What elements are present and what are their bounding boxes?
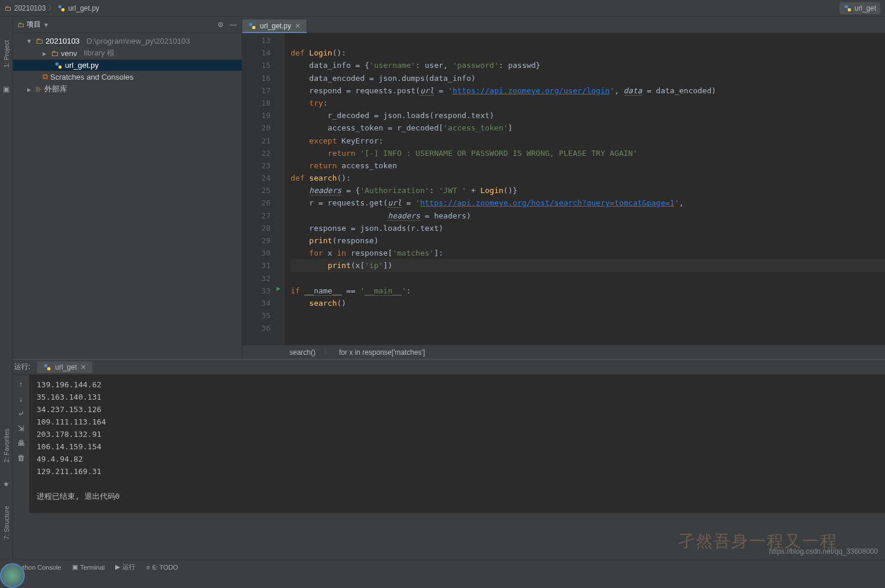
console-output[interactable]: 139.196.144.6235.163.140.13134.237.153.1… bbox=[30, 375, 885, 513]
collapse-icon[interactable]: — bbox=[230, 21, 237, 29]
run-subtool: ↑ ↓ ⤶ ⇲ 🖶 🗑 bbox=[13, 375, 30, 513]
avatar bbox=[0, 563, 25, 588]
status-bar: Python Console ▣ Terminal ▶ 运行 ≡ 6: TODO bbox=[0, 560, 885, 574]
run-panel: 运行: url_get ✕ ▶ ■ ☷ 📌 ↑ ↓ ⤶ ⇲ 🖶 🗑 139.19… bbox=[0, 359, 885, 513]
scratch-icon: ⧉ bbox=[43, 72, 48, 81]
left-tool-gutter: 1: Project ▣ bbox=[0, 17, 13, 359]
star-icon[interactable]: ★ bbox=[3, 480, 9, 488]
folder-icon: 🗀 bbox=[35, 37, 43, 45]
crumb-search[interactable]: search() bbox=[289, 348, 315, 357]
editor-tabbar: url_get.py ✕ bbox=[242, 17, 885, 33]
tree-external[interactable]: ▸ ⊪ 外部库 bbox=[13, 83, 242, 96]
folder-icon: 🗀 bbox=[18, 21, 25, 29]
print-icon[interactable]: 🖶 bbox=[17, 439, 25, 447]
project-panel-title: 项目 bbox=[27, 19, 41, 30]
svg-rect-7 bbox=[252, 26, 255, 29]
chevron-down-icon: ▾ bbox=[27, 37, 33, 45]
library-icon: ⊪ bbox=[35, 85, 42, 94]
project-panel: 🗀 项目 ▾ ⚙ — ▾ 🗀 20210103 D:\program\new_p… bbox=[13, 17, 242, 359]
tree-venv[interactable]: ▸ 🗀 venv library 根 bbox=[13, 47, 242, 60]
python-icon bbox=[43, 363, 51, 371]
chevron-down-icon[interactable]: ▾ bbox=[44, 21, 48, 29]
python-icon bbox=[54, 61, 63, 70]
folder-icon[interactable]: ▣ bbox=[3, 85, 9, 93]
breadcrumb-root[interactable]: 🗀 20210103 bbox=[5, 4, 45, 12]
tree-file-urlget[interactable]: url_get.py bbox=[13, 60, 242, 71]
down-icon[interactable]: ↓ bbox=[19, 394, 23, 403]
line-number-gutter[interactable]: 1314151617181920212223242526272829303132… bbox=[242, 33, 275, 345]
svg-rect-1 bbox=[61, 8, 64, 11]
up-icon[interactable]: ↑ bbox=[19, 380, 23, 388]
chevron-right-icon: 〉 bbox=[48, 3, 55, 13]
svg-rect-9 bbox=[47, 367, 50, 370]
run-tab-urlget[interactable]: url_get ✕ bbox=[37, 361, 92, 373]
status-todo[interactable]: ≡ 6: TODO bbox=[146, 564, 178, 571]
gear-icon[interactable]: ⚙ bbox=[217, 21, 224, 29]
svg-rect-6 bbox=[249, 23, 252, 26]
python-icon bbox=[248, 22, 256, 30]
project-tree: ▾ 🗀 20210103 D:\program\new_py\20210103 … bbox=[13, 33, 242, 98]
favorites-tool-tab[interactable]: 2: Favorites bbox=[3, 429, 10, 462]
tree-scratches[interactable]: ⧉ Scratches and Consoles bbox=[13, 71, 242, 83]
structure-tool-tab[interactable]: 7: Structure bbox=[3, 506, 10, 540]
editor-tab-urlget[interactable]: url_get.py ✕ bbox=[242, 19, 307, 32]
run-panel-label: 运行: bbox=[14, 362, 30, 372]
close-icon[interactable]: ✕ bbox=[80, 363, 86, 371]
chevron-right-icon: 〉 bbox=[324, 347, 331, 357]
status-terminal[interactable]: ▣ Terminal bbox=[72, 563, 105, 571]
scroll-icon[interactable]: ⇲ bbox=[18, 424, 24, 433]
run-config-selector[interactable]: url_get bbox=[840, 2, 880, 14]
python-icon bbox=[57, 4, 66, 12]
watermark-url: https://blog.csdn.net/qq_33608000 bbox=[769, 547, 878, 556]
status-run[interactable]: ▶ 运行 bbox=[115, 563, 135, 571]
python-icon bbox=[844, 4, 852, 12]
folder-icon: 🗀 bbox=[5, 4, 12, 12]
chevron-right-icon: ▸ bbox=[43, 49, 48, 58]
tree-root[interactable]: ▾ 🗀 20210103 D:\program\new_py\20210103 bbox=[13, 35, 242, 47]
close-icon[interactable]: ✕ bbox=[295, 22, 301, 30]
breadcrumb: 🗀 20210103 〉 url_get.py url_get bbox=[0, 0, 885, 17]
svg-rect-0 bbox=[58, 5, 61, 8]
crumb-for[interactable]: for x in response['matches'] bbox=[339, 348, 425, 357]
folder-icon: 🗀 bbox=[51, 49, 58, 58]
todo-icon: ≡ bbox=[146, 564, 149, 571]
play-icon: ▶ bbox=[115, 563, 120, 571]
terminal-icon: ▣ bbox=[72, 563, 78, 571]
svg-rect-3 bbox=[848, 8, 851, 11]
fold-gutter[interactable]: ▶ bbox=[275, 33, 285, 345]
editor-crumb-trail: search() 〉 for x in response['matches'] bbox=[242, 345, 885, 359]
svg-rect-2 bbox=[845, 5, 848, 8]
wrap-icon[interactable]: ⤶ bbox=[18, 409, 24, 418]
breadcrumb-file[interactable]: url_get.py bbox=[57, 4, 99, 12]
project-tool-tab[interactable]: 1: Project bbox=[3, 40, 10, 67]
svg-rect-5 bbox=[58, 66, 61, 68]
svg-rect-4 bbox=[56, 62, 58, 65]
trash-icon[interactable]: 🗑 bbox=[17, 453, 25, 462]
chevron-right-icon: ▸ bbox=[27, 85, 33, 94]
editor: url_get.py ✕ 131415161718192021222324252… bbox=[242, 17, 885, 359]
left-tool-gutter-lower: 2: Favorites ★ 7: Structure ≣ bbox=[0, 359, 13, 571]
svg-rect-8 bbox=[44, 364, 47, 367]
code-area[interactable]: def Login(): data_info = {'username': us… bbox=[285, 33, 885, 345]
